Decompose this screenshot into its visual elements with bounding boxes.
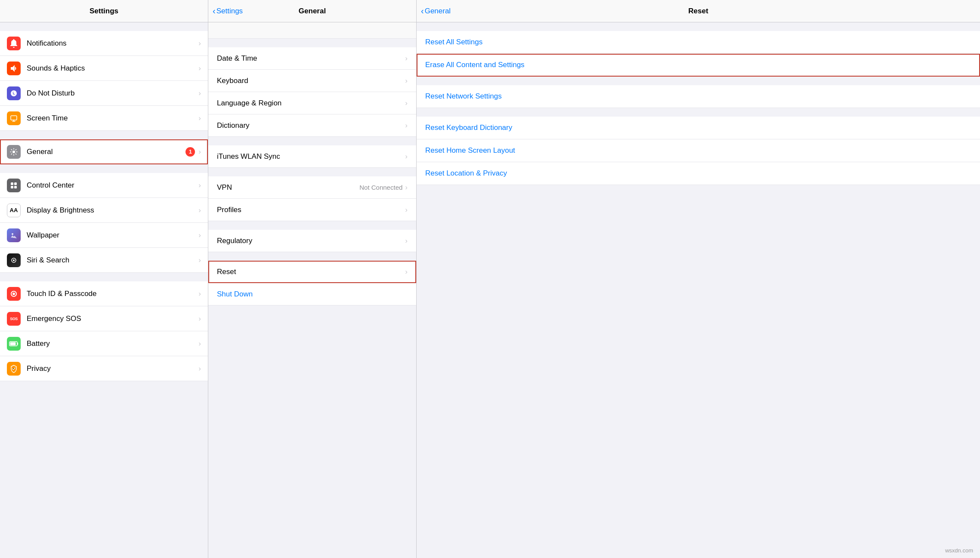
chevron-donotdisturb: › [198, 89, 201, 98]
reset-label-resetlocation: Reset Location & Privacy [425, 169, 507, 178]
general-item-shutdown[interactable]: Shut Down [208, 283, 416, 305]
chevron-notifications: › [198, 39, 201, 48]
notifications-icon [7, 37, 21, 50]
general-item-reset[interactable]: Reset› [208, 261, 416, 283]
chevron-wallpaper: › [198, 231, 201, 240]
general-title: General [299, 7, 326, 15]
settings-item-siri[interactable]: Siri & Search› [0, 248, 208, 273]
general-icon [7, 145, 21, 159]
settings-label-sounds: Sounds & Haptics [27, 64, 198, 73]
general-item-dictionary[interactable]: Dictionary› [208, 114, 416, 137]
reset-header: ‹ General Reset [417, 0, 980, 22]
general-divider-2 [208, 168, 416, 176]
svg-rect-10 [17, 342, 18, 345]
settings-label-notifications: Notifications [27, 39, 198, 48]
settings-item-privacy[interactable]: Privacy› [0, 356, 208, 381]
general-header: ‹ Settings General [208, 0, 416, 22]
reset-item-resetall[interactable]: Reset All Settings [417, 31, 980, 54]
general-item-datetime[interactable]: Date & Time› [208, 47, 416, 70]
general-label-reset: Reset [217, 268, 405, 276]
chevron-screentime: › [198, 114, 201, 123]
settings-item-displaybrightness[interactable]: AADisplay & Brightness› [0, 198, 208, 223]
general-item-ituneswlan[interactable]: iTunes WLAN Sync› [208, 145, 416, 168]
reset-item-resetlocation[interactable]: Reset Location & Privacy [417, 162, 980, 185]
reset-divider-2 [417, 77, 980, 85]
general-item-regulatory[interactable]: Regulatory› [208, 230, 416, 252]
settings-label-displaybrightness: Display & Brightness [27, 206, 198, 215]
settings-divider-3 [0, 273, 208, 281]
general-column: ‹ Settings General Date & Time›Keyboard›… [208, 0, 417, 558]
screentime-icon [7, 111, 21, 125]
settings-label-screentime: Screen Time [27, 114, 198, 123]
sounds-icon [7, 62, 21, 75]
general-label-regulatory: Regulatory [217, 237, 405, 245]
reset-item-resetnetwork[interactable]: Reset Network Settings [417, 85, 980, 108]
chevron-general: › [198, 148, 201, 156]
settings-column: Settings Notifications›Sounds & Haptics›… [0, 0, 208, 558]
settings-title: Settings [90, 7, 118, 15]
chevron-touchid: › [198, 290, 201, 298]
general-chevron-vpn: › [405, 183, 408, 192]
general-item-keyboard[interactable]: Keyboard› [208, 70, 416, 92]
settings-item-emergencysos[interactable]: SOSEmergency SOS› [0, 306, 208, 331]
reset-item-resetkeyboard[interactable]: Reset Keyboard Dictionary [417, 117, 980, 139]
svg-point-6 [12, 233, 13, 235]
emergencysos-icon: SOS [7, 312, 21, 326]
badge-general: 1 [185, 147, 195, 157]
general-chevron-keyboard: › [405, 77, 408, 85]
settings-item-touchid[interactable]: Touch ID & Passcode› [0, 281, 208, 306]
chevron-battery: › [198, 339, 201, 348]
privacy-icon [7, 362, 21, 376]
settings-item-donotdisturb[interactable]: Do Not Disturb› [0, 81, 208, 106]
chevron-displaybrightness: › [198, 206, 201, 215]
displaybrightness-icon: AA [7, 203, 21, 217]
reset-label-resethome: Reset Home Screen Layout [425, 146, 515, 155]
reset-label-eraseall: Erase All Content and Settings [425, 61, 525, 69]
general-top-partial [208, 22, 416, 39]
settings-label-battery: Battery [27, 339, 198, 348]
settings-divider-2 [0, 164, 208, 173]
general-divider-4 [208, 252, 416, 261]
chevron-sounds: › [198, 64, 201, 73]
chevron-siri: › [198, 256, 201, 265]
settings-label-donotdisturb: Do Not Disturb [27, 89, 198, 98]
settings-item-wallpaper[interactable]: Wallpaper› [0, 223, 208, 248]
settings-label-controlcenter: Control Center [27, 181, 198, 190]
svg-point-1 [12, 151, 15, 153]
general-chevron-profiles: › [405, 206, 408, 214]
reset-label-resetkeyboard: Reset Keyboard Dictionary [425, 123, 512, 132]
settings-label-general: General [27, 148, 185, 156]
back-chevron-icon-2: ‹ [421, 6, 424, 16]
general-item-profiles[interactable]: Profiles› [208, 199, 416, 221]
settings-item-general[interactable]: General1› [0, 139, 208, 164]
settings-item-sounds[interactable]: Sounds & Haptics› [0, 56, 208, 81]
reset-column: ‹ General Reset Reset All SettingsErase … [417, 0, 980, 558]
general-item-vpn[interactable]: VPNNot Connected› [208, 176, 416, 199]
general-back-label: Settings [216, 7, 243, 15]
svg-rect-11 [10, 342, 16, 345]
svg-rect-0 [11, 116, 17, 120]
back-chevron-icon: ‹ [213, 6, 216, 16]
settings-divider-0 [0, 22, 208, 31]
general-chevron-reset: › [405, 268, 408, 276]
controlcenter-icon [7, 179, 21, 192]
settings-divider-1 [0, 131, 208, 139]
reset-label-resetall: Reset All Settings [425, 38, 482, 46]
general-label-ituneswlan: iTunes WLAN Sync [217, 152, 405, 161]
reset-item-eraseall[interactable]: Erase All Content and Settings [417, 54, 980, 77]
settings-item-battery[interactable]: Battery› [0, 331, 208, 356]
general-chevron-language: › [405, 99, 408, 108]
general-item-language[interactable]: Language & Region› [208, 92, 416, 114]
reset-item-resethome[interactable]: Reset Home Screen Layout [417, 139, 980, 162]
svg-rect-3 [14, 182, 17, 185]
settings-item-notifications[interactable]: Notifications› [0, 31, 208, 56]
siri-icon [7, 253, 21, 267]
reset-back-button[interactable]: ‹ General [421, 6, 451, 16]
chevron-emergencysos: › [198, 314, 201, 323]
settings-item-screentime[interactable]: Screen Time› [0, 106, 208, 131]
battery-icon [7, 337, 21, 351]
general-label-datetime: Date & Time [217, 54, 405, 63]
settings-label-touchid: Touch ID & Passcode [27, 290, 198, 298]
general-back-button[interactable]: ‹ Settings [213, 6, 243, 16]
settings-item-controlcenter[interactable]: Control Center› [0, 173, 208, 198]
